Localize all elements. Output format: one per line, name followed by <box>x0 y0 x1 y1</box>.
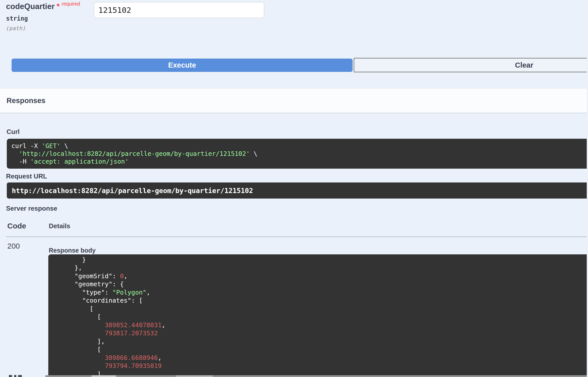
vertical-scrollbar[interactable] <box>587 0 588 377</box>
request-url-block: http://localhost:8282/api/parcelle-geom/… <box>7 182 588 199</box>
horizontal-scrollbar[interactable] <box>45 375 588 377</box>
server-response-label: Server response <box>6 205 57 212</box>
clipped-text-fragment <box>14 375 16 377</box>
clipped-text-fragment <box>9 375 12 377</box>
response-body-block[interactable]: } } }, "geomSrid": 0, "geometry": { "typ… <box>48 254 588 377</box>
parameter-name: codeQuartier*required <box>6 1 80 11</box>
required-asterisk: * <box>57 2 60 11</box>
parameter-info: codeQuartier*required string (path) <box>6 1 80 31</box>
clear-button[interactable]: Clear <box>354 58 588 72</box>
response-body-label: Response body <box>49 247 96 254</box>
status-code: 200 <box>7 242 20 250</box>
required-label: required <box>62 1 80 7</box>
parameter-location: (path) <box>6 25 80 31</box>
horizontal-scrollbar-segment <box>92 375 116 377</box>
responses-section-header: Responses <box>0 88 588 113</box>
parameter-value-input[interactable] <box>94 2 264 18</box>
curl-command-block[interactable]: curl -X 'GET' \ 'http://localhost:8282/a… <box>7 139 588 169</box>
curl-label: Curl <box>7 128 20 136</box>
execute-button[interactable]: Execute <box>12 59 353 72</box>
parameter-name-text: codeQuartier <box>6 2 55 11</box>
clipped-text-fragment <box>18 375 22 377</box>
parameter-type: string <box>6 15 80 22</box>
horizontal-scrollbar-segment <box>176 375 213 377</box>
swagger-ui-viewport: codeQuartier*required string (path) Exec… <box>0 0 588 377</box>
operation-block: codeQuartier*required string (path) Exec… <box>0 0 588 377</box>
request-url-label: Request URL <box>6 172 47 180</box>
request-url-value: http://localhost:8282/api/parcelle-geom/… <box>12 187 253 195</box>
code-column-header: Code <box>7 222 26 230</box>
details-column-header: Details <box>49 222 70 230</box>
table-header-divider <box>6 237 588 237</box>
responses-title: Responses <box>7 97 46 105</box>
